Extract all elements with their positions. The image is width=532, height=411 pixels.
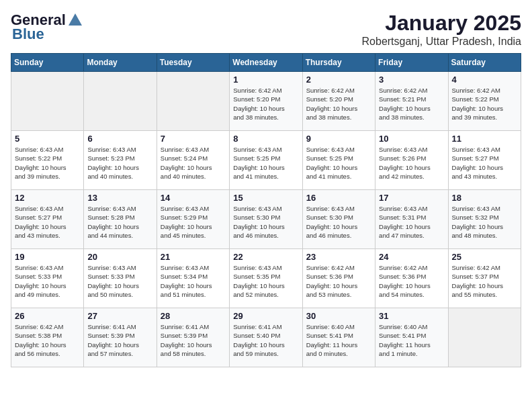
day-number: 17 [379, 193, 444, 203]
day-number: 30 [306, 311, 371, 321]
day-info: Sunrise: 6:42 AM Sunset: 5:38 PM Dayligh… [15, 322, 80, 358]
day-info: Sunrise: 6:42 AM Sunset: 5:21 PM Dayligh… [379, 86, 444, 122]
day-number: 2 [306, 75, 371, 85]
calendar-cell: 6Sunrise: 6:43 AM Sunset: 5:23 PM Daylig… [84, 131, 157, 190]
weekday-header-monday: Monday [84, 54, 157, 72]
calendar-cell: 18Sunrise: 6:43 AM Sunset: 5:32 PM Dayli… [448, 190, 521, 249]
day-number: 20 [87, 252, 152, 262]
calendar-cell: 4Sunrise: 6:42 AM Sunset: 5:22 PM Daylig… [448, 72, 521, 131]
day-info: Sunrise: 6:43 AM Sunset: 5:33 PM Dayligh… [15, 263, 80, 299]
day-number: 16 [306, 193, 371, 203]
day-number: 23 [306, 252, 371, 262]
day-number: 25 [452, 252, 517, 262]
day-number: 29 [233, 311, 298, 321]
day-number: 5 [15, 134, 80, 144]
logo-blue: Blue [12, 26, 44, 43]
calendar-table: SundayMondayTuesdayWednesdayThursdayFrid… [11, 53, 521, 367]
day-info: Sunrise: 6:43 AM Sunset: 5:34 PM Dayligh… [161, 263, 226, 299]
calendar-cell: 21Sunrise: 6:43 AM Sunset: 5:34 PM Dayli… [157, 249, 229, 308]
day-info: Sunrise: 6:43 AM Sunset: 5:28 PM Dayligh… [87, 204, 152, 240]
location-title: Robertsganj, Uttar Pradesh, India [362, 36, 521, 48]
day-info: Sunrise: 6:42 AM Sunset: 5:20 PM Dayligh… [306, 86, 371, 122]
day-number: 7 [161, 134, 226, 144]
day-info: Sunrise: 6:43 AM Sunset: 5:22 PM Dayligh… [15, 145, 80, 181]
weekday-header-saturday: Saturday [448, 54, 521, 72]
day-number: 22 [233, 252, 298, 262]
calendar-cell: 12Sunrise: 6:43 AM Sunset: 5:27 PM Dayli… [11, 190, 84, 249]
calendar-cell: 19Sunrise: 6:43 AM Sunset: 5:33 PM Dayli… [11, 249, 84, 308]
calendar-week-5: 26Sunrise: 6:42 AM Sunset: 5:38 PM Dayli… [11, 308, 521, 367]
month-title: January 2025 [362, 11, 521, 36]
weekday-header-tuesday: Tuesday [157, 54, 229, 72]
day-number: 24 [379, 252, 444, 262]
day-number: 21 [161, 252, 226, 262]
day-info: Sunrise: 6:43 AM Sunset: 5:27 PM Dayligh… [15, 204, 80, 240]
calendar-cell: 10Sunrise: 6:43 AM Sunset: 5:26 PM Dayli… [375, 131, 448, 190]
calendar-cell: 20Sunrise: 6:43 AM Sunset: 5:33 PM Dayli… [84, 249, 157, 308]
day-number: 10 [379, 134, 444, 144]
calendar-cell: 1Sunrise: 6:42 AM Sunset: 5:20 PM Daylig… [230, 72, 302, 131]
day-info: Sunrise: 6:43 AM Sunset: 5:23 PM Dayligh… [87, 145, 152, 181]
calendar-cell: 24Sunrise: 6:42 AM Sunset: 5:36 PM Dayli… [375, 249, 448, 308]
day-info: Sunrise: 6:43 AM Sunset: 5:30 PM Dayligh… [233, 204, 298, 240]
day-info: Sunrise: 6:42 AM Sunset: 5:37 PM Dayligh… [452, 263, 517, 299]
day-info: Sunrise: 6:43 AM Sunset: 5:33 PM Dayligh… [87, 263, 152, 299]
day-info: Sunrise: 6:43 AM Sunset: 5:30 PM Dayligh… [306, 204, 371, 240]
calendar-cell [11, 72, 84, 131]
calendar-cell: 3Sunrise: 6:42 AM Sunset: 5:21 PM Daylig… [375, 72, 448, 131]
calendar-cell [157, 72, 229, 131]
weekday-header-wednesday: Wednesday [230, 54, 302, 72]
day-number: 8 [233, 134, 298, 144]
calendar-cell: 13Sunrise: 6:43 AM Sunset: 5:28 PM Dayli… [84, 190, 157, 249]
calendar-cell: 29Sunrise: 6:41 AM Sunset: 5:40 PM Dayli… [230, 308, 302, 367]
calendar-cell: 7Sunrise: 6:43 AM Sunset: 5:24 PM Daylig… [157, 131, 229, 190]
logo: General Blue [11, 11, 85, 43]
day-info: Sunrise: 6:43 AM Sunset: 5:27 PM Dayligh… [452, 145, 517, 181]
day-number: 13 [87, 193, 152, 203]
day-info: Sunrise: 6:42 AM Sunset: 5:36 PM Dayligh… [306, 263, 371, 299]
calendar-cell: 17Sunrise: 6:43 AM Sunset: 5:31 PM Dayli… [375, 190, 448, 249]
calendar-cell: 31Sunrise: 6:40 AM Sunset: 5:41 PM Dayli… [375, 308, 448, 367]
day-number: 15 [233, 193, 298, 203]
calendar-cell: 2Sunrise: 6:42 AM Sunset: 5:20 PM Daylig… [302, 72, 375, 131]
day-number: 12 [15, 193, 80, 203]
calendar-cell: 8Sunrise: 6:43 AM Sunset: 5:25 PM Daylig… [230, 131, 302, 190]
day-number: 9 [306, 134, 371, 144]
calendar-cell: 14Sunrise: 6:43 AM Sunset: 5:29 PM Dayli… [157, 190, 229, 249]
day-number: 26 [15, 311, 80, 321]
day-info: Sunrise: 6:42 AM Sunset: 5:36 PM Dayligh… [379, 263, 444, 299]
day-number: 27 [87, 311, 152, 321]
day-info: Sunrise: 6:43 AM Sunset: 5:29 PM Dayligh… [161, 204, 226, 240]
day-number: 28 [161, 311, 226, 321]
day-number: 3 [379, 75, 444, 85]
day-number: 19 [15, 252, 80, 262]
calendar-cell: 28Sunrise: 6:41 AM Sunset: 5:39 PM Dayli… [157, 308, 229, 367]
calendar-cell: 9Sunrise: 6:43 AM Sunset: 5:25 PM Daylig… [302, 131, 375, 190]
weekday-header-thursday: Thursday [302, 54, 375, 72]
day-info: Sunrise: 6:41 AM Sunset: 5:39 PM Dayligh… [87, 322, 152, 358]
day-info: Sunrise: 6:42 AM Sunset: 5:22 PM Dayligh… [452, 86, 517, 122]
day-info: Sunrise: 6:43 AM Sunset: 5:25 PM Dayligh… [306, 145, 371, 181]
day-number: 6 [87, 134, 152, 144]
weekday-header-sunday: Sunday [11, 54, 84, 72]
weekday-header-friday: Friday [375, 54, 448, 72]
day-number: 31 [379, 311, 444, 321]
day-info: Sunrise: 6:43 AM Sunset: 5:26 PM Dayligh… [379, 145, 444, 181]
day-number: 14 [161, 193, 226, 203]
day-info: Sunrise: 6:41 AM Sunset: 5:40 PM Dayligh… [233, 322, 298, 358]
calendar-cell: 30Sunrise: 6:40 AM Sunset: 5:41 PM Dayli… [302, 308, 375, 367]
svg-marker-0 [69, 13, 82, 26]
calendar-week-1: 1Sunrise: 6:42 AM Sunset: 5:20 PM Daylig… [11, 72, 521, 131]
calendar-cell: 23Sunrise: 6:42 AM Sunset: 5:36 PM Dayli… [302, 249, 375, 308]
day-number: 4 [452, 75, 517, 85]
day-number: 1 [233, 75, 298, 85]
day-info: Sunrise: 6:43 AM Sunset: 5:31 PM Dayligh… [379, 204, 444, 240]
day-info: Sunrise: 6:41 AM Sunset: 5:39 PM Dayligh… [161, 322, 226, 358]
calendar-cell: 25Sunrise: 6:42 AM Sunset: 5:37 PM Dayli… [448, 249, 521, 308]
calendar-cell: 11Sunrise: 6:43 AM Sunset: 5:27 PM Dayli… [448, 131, 521, 190]
title-block: January 2025 Robertsganj, Uttar Pradesh,… [362, 11, 521, 48]
day-info: Sunrise: 6:40 AM Sunset: 5:41 PM Dayligh… [379, 322, 444, 358]
header: General Blue January 2025 Robertsganj, U… [11, 11, 521, 48]
calendar-cell: 26Sunrise: 6:42 AM Sunset: 5:38 PM Dayli… [11, 308, 84, 367]
calendar-cell: 16Sunrise: 6:43 AM Sunset: 5:30 PM Dayli… [302, 190, 375, 249]
